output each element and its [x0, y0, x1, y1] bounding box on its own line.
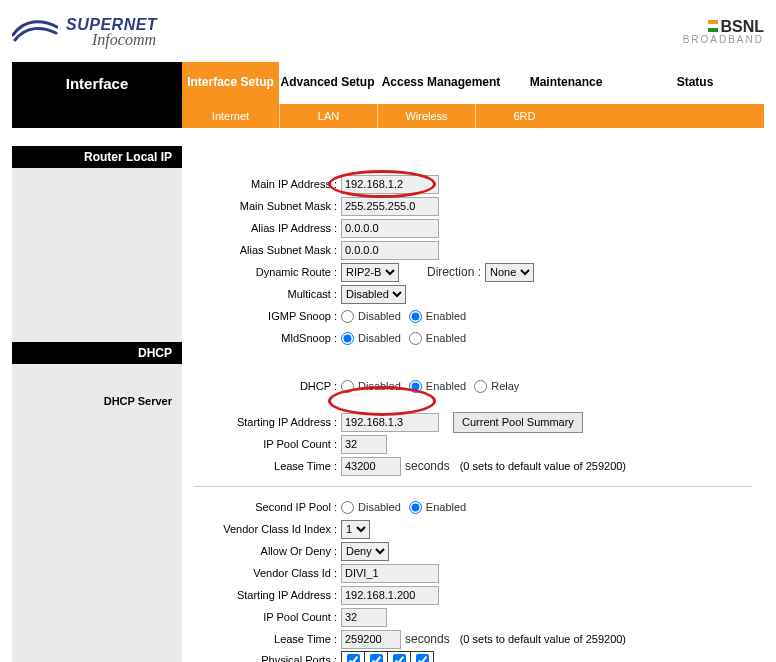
- divider: [194, 486, 752, 487]
- top-bar: SUPERNET Infocomm BSNL BROADBAND: [12, 10, 764, 54]
- india-flag-icon: [708, 20, 718, 32]
- label-second-pool: Second IP Pool :: [182, 501, 341, 513]
- isp-sub: BROADBAND: [683, 35, 764, 45]
- left-column: Router Local IP DHCP DHCP Server DNS: [12, 146, 182, 662]
- port3-checkbox[interactable]: [393, 654, 406, 663]
- label-vclass-id: Vendor Class Id :: [182, 567, 341, 579]
- multicast-select[interactable]: Disabled: [341, 285, 406, 304]
- mld-disabled-radio[interactable]: [341, 332, 354, 345]
- label-start-ip: Starting IP Address :: [182, 416, 341, 428]
- swoosh-icon: [12, 17, 58, 47]
- isp-logo: BSNL BROADBAND: [683, 19, 764, 45]
- tab-status[interactable]: Status: [626, 62, 764, 104]
- label-direction: Direction :: [427, 265, 481, 279]
- second-pool-disabled-radio[interactable]: [341, 501, 354, 514]
- label-seconds: seconds: [405, 459, 450, 473]
- vendor-logo: SUPERNET Infocomm: [12, 17, 157, 48]
- pool2-input[interactable]: [341, 608, 387, 627]
- label-vclass-idx: Vendor Class Id Index :: [182, 523, 341, 535]
- label-pool: IP Pool Count :: [182, 438, 341, 450]
- vclass-id-input[interactable]: [341, 564, 439, 583]
- label-lease: Lease Time :: [182, 460, 341, 472]
- tab-interface-setup[interactable]: Interface Setup: [182, 62, 279, 104]
- page-title: Interface: [12, 62, 182, 104]
- dyn-route-select[interactable]: RIP2-B: [341, 263, 399, 282]
- subtab-lan[interactable]: LAN: [279, 104, 377, 128]
- label-allow-deny: Allow Or Deny :: [182, 545, 341, 557]
- label-main-ip: Main IP Address :: [182, 178, 341, 190]
- lease-note: (0 sets to default value of 259200): [460, 460, 626, 472]
- label-alias-ip: Alias IP Address :: [182, 222, 341, 234]
- label-ports: Physical Ports :: [182, 651, 341, 662]
- label-dyn-route: Dynamic Route :: [182, 266, 341, 278]
- tab-advanced-setup[interactable]: Advanced Setup: [279, 62, 376, 104]
- subtab-internet[interactable]: Internet: [182, 104, 279, 128]
- label-igmp: IGMP Snoop :: [182, 310, 341, 322]
- start-ip-input[interactable]: [341, 413, 439, 432]
- physical-ports-table: 1 2 3 4: [341, 651, 434, 662]
- igmp-disabled-radio[interactable]: [341, 310, 354, 323]
- label-multicast: Multicast :: [182, 288, 341, 300]
- igmp-enabled-radio[interactable]: [409, 310, 422, 323]
- mld-enabled-radio[interactable]: [409, 332, 422, 345]
- vclass-idx-select[interactable]: 1: [341, 520, 370, 539]
- label-pool2: IP Pool Count :: [182, 611, 341, 623]
- brand-bottom: Infocomm: [92, 32, 157, 48]
- port4-checkbox[interactable]: [416, 654, 429, 663]
- section-router-local-ip: Router Local IP: [12, 146, 182, 168]
- label-mld: MldSnoop :: [182, 332, 341, 344]
- dhcp-relay-radio[interactable]: [474, 380, 487, 393]
- label-dhcp: DHCP :: [182, 380, 341, 392]
- label-main-mask: Main Subnet Mask :: [182, 200, 341, 212]
- dhcp-disabled-radio[interactable]: [341, 380, 354, 393]
- lease-time-input[interactable]: [341, 457, 401, 476]
- current-pool-button[interactable]: Current Pool Summary: [453, 412, 583, 433]
- allow-deny-select[interactable]: Deny: [341, 542, 389, 561]
- tab-access-management[interactable]: Access Management: [376, 62, 506, 104]
- dhcp-enabled-radio[interactable]: [409, 380, 422, 393]
- lease-note2: (0 sets to default value of 259200): [460, 633, 626, 645]
- subtab-6rd[interactable]: 6RD: [475, 104, 573, 128]
- main-ip-input[interactable]: [341, 175, 439, 194]
- label-seconds2: seconds: [405, 632, 450, 646]
- main-nav: Interface Interface Setup Advanced Setup…: [12, 62, 764, 104]
- subtab-wireless[interactable]: Wireless: [377, 104, 475, 128]
- main-mask-input[interactable]: [341, 197, 439, 216]
- port1-checkbox[interactable]: [347, 654, 360, 663]
- second-pool-enabled-radio[interactable]: [409, 501, 422, 514]
- lease2-input[interactable]: [341, 630, 401, 649]
- pool-count-input[interactable]: [341, 435, 387, 454]
- direction-select[interactable]: None: [485, 263, 534, 282]
- alias-ip-input[interactable]: [341, 219, 439, 238]
- start-ip2-input[interactable]: [341, 586, 439, 605]
- tab-maintenance[interactable]: Maintenance: [506, 62, 626, 104]
- label-alias-mask: Alias Subnet Mask :: [182, 244, 341, 256]
- sub-nav: Internet LAN Wireless 6RD: [12, 104, 764, 128]
- isp-name: BSNL: [720, 18, 764, 35]
- section-dhcp: DHCP: [12, 342, 182, 364]
- section-dhcp-server: DHCP Server: [12, 390, 182, 412]
- alias-mask-input[interactable]: [341, 241, 439, 260]
- form-area: Main IP Address : Main Subnet Mask : Ali…: [182, 146, 764, 662]
- port2-checkbox[interactable]: [370, 654, 383, 663]
- label-start-ip2: Starting IP Address :: [182, 589, 341, 601]
- label-lease2: Lease Time :: [182, 633, 341, 645]
